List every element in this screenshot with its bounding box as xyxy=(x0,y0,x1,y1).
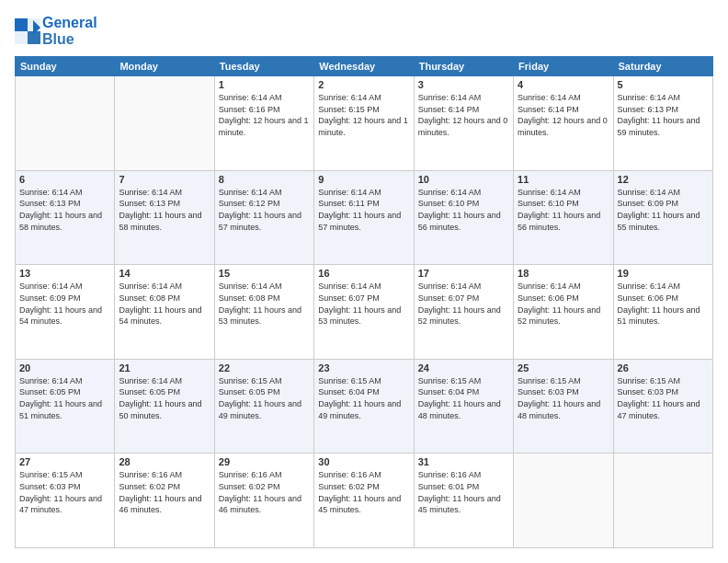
calendar-cell xyxy=(514,454,613,548)
day-number: 25 xyxy=(518,362,609,373)
svg-rect-2 xyxy=(15,31,28,44)
day-info: Sunrise: 6:14 AM Sunset: 6:12 PM Dayligh… xyxy=(219,187,310,233)
col-header-thursday: Thursday xyxy=(414,57,513,76)
day-number: 31 xyxy=(418,456,509,467)
day-info: Sunrise: 6:14 AM Sunset: 6:08 PM Dayligh… xyxy=(119,281,210,327)
day-info: Sunrise: 6:16 AM Sunset: 6:01 PM Dayligh… xyxy=(418,469,509,515)
day-info: Sunrise: 6:14 AM Sunset: 6:13 PM Dayligh… xyxy=(119,187,210,233)
header: GeneralBlue xyxy=(15,15,713,47)
calendar-cell: 27Sunrise: 6:15 AM Sunset: 6:03 PM Dayli… xyxy=(16,454,115,548)
calendar-cell: 5Sunrise: 6:14 AM Sunset: 6:13 PM Daylig… xyxy=(613,76,712,171)
day-info: Sunrise: 6:14 AM Sunset: 6:05 PM Dayligh… xyxy=(119,375,210,421)
day-info: Sunrise: 6:14 AM Sunset: 6:13 PM Dayligh… xyxy=(19,187,110,233)
week-row-4: 20Sunrise: 6:14 AM Sunset: 6:05 PM Dayli… xyxy=(16,359,713,454)
calendar-cell: 20Sunrise: 6:14 AM Sunset: 6:05 PM Dayli… xyxy=(16,359,115,454)
day-info: Sunrise: 6:14 AM Sunset: 6:14 PM Dayligh… xyxy=(518,92,609,138)
day-info: Sunrise: 6:14 AM Sunset: 6:08 PM Dayligh… xyxy=(219,281,310,327)
day-info: Sunrise: 6:16 AM Sunset: 6:02 PM Dayligh… xyxy=(318,469,409,515)
calendar-cell: 30Sunrise: 6:16 AM Sunset: 6:02 PM Dayli… xyxy=(314,454,414,548)
calendar-cell: 2Sunrise: 6:14 AM Sunset: 6:15 PM Daylig… xyxy=(314,76,414,171)
day-number: 28 xyxy=(119,456,210,467)
day-info: Sunrise: 6:15 AM Sunset: 6:04 PM Dayligh… xyxy=(318,375,409,421)
day-number: 18 xyxy=(518,268,609,279)
day-info: Sunrise: 6:14 AM Sunset: 6:15 PM Dayligh… xyxy=(318,92,409,138)
day-info: Sunrise: 6:14 AM Sunset: 6:09 PM Dayligh… xyxy=(19,281,110,327)
day-number: 6 xyxy=(19,174,110,185)
day-info: Sunrise: 6:15 AM Sunset: 6:04 PM Dayligh… xyxy=(418,375,509,421)
calendar-cell: 13Sunrise: 6:14 AM Sunset: 6:09 PM Dayli… xyxy=(16,265,115,360)
day-info: Sunrise: 6:15 AM Sunset: 6:03 PM Dayligh… xyxy=(518,375,609,421)
logo-text: GeneralBlue xyxy=(42,15,97,47)
calendar-cell: 3Sunrise: 6:14 AM Sunset: 6:14 PM Daylig… xyxy=(414,76,513,171)
calendar-cell xyxy=(613,454,712,548)
col-header-monday: Monday xyxy=(115,57,214,76)
day-number: 19 xyxy=(618,268,709,279)
calendar-cell: 19Sunrise: 6:14 AM Sunset: 6:06 PM Dayli… xyxy=(613,265,712,360)
day-number: 20 xyxy=(19,362,110,373)
day-info: Sunrise: 6:14 AM Sunset: 6:05 PM Dayligh… xyxy=(19,375,110,421)
calendar: SundayMondayTuesdayWednesdayThursdayFrid… xyxy=(15,56,713,548)
calendar-cell: 14Sunrise: 6:14 AM Sunset: 6:08 PM Dayli… xyxy=(115,265,214,360)
calendar-cell: 1Sunrise: 6:14 AM Sunset: 6:16 PM Daylig… xyxy=(214,76,313,171)
day-number: 13 xyxy=(19,268,110,279)
day-number: 24 xyxy=(418,362,509,373)
calendar-cell: 31Sunrise: 6:16 AM Sunset: 6:01 PM Dayli… xyxy=(414,454,513,548)
day-info: Sunrise: 6:14 AM Sunset: 6:06 PM Dayligh… xyxy=(518,281,609,327)
calendar-cell: 6Sunrise: 6:14 AM Sunset: 6:13 PM Daylig… xyxy=(16,170,115,265)
day-number: 23 xyxy=(318,362,409,373)
logo-icon xyxy=(15,18,40,44)
day-info: Sunrise: 6:15 AM Sunset: 6:05 PM Dayligh… xyxy=(219,375,310,421)
day-number: 3 xyxy=(418,79,509,90)
day-info: Sunrise: 6:14 AM Sunset: 6:10 PM Dayligh… xyxy=(518,187,609,233)
calendar-cell: 7Sunrise: 6:14 AM Sunset: 6:13 PM Daylig… xyxy=(115,170,214,265)
day-info: Sunrise: 6:14 AM Sunset: 6:14 PM Dayligh… xyxy=(418,92,509,138)
calendar-cell: 4Sunrise: 6:14 AM Sunset: 6:14 PM Daylig… xyxy=(514,76,613,171)
calendar-cell: 28Sunrise: 6:16 AM Sunset: 6:02 PM Dayli… xyxy=(115,454,214,548)
col-header-tuesday: Tuesday xyxy=(214,57,313,76)
day-number: 1 xyxy=(219,79,310,90)
day-info: Sunrise: 6:14 AM Sunset: 6:07 PM Dayligh… xyxy=(418,281,509,327)
day-number: 2 xyxy=(318,79,409,90)
calendar-cell: 29Sunrise: 6:16 AM Sunset: 6:02 PM Dayli… xyxy=(214,454,313,548)
calendar-cell: 10Sunrise: 6:14 AM Sunset: 6:10 PM Dayli… xyxy=(414,170,513,265)
calendar-cell: 8Sunrise: 6:14 AM Sunset: 6:12 PM Daylig… xyxy=(214,170,313,265)
week-row-1: 1Sunrise: 6:14 AM Sunset: 6:16 PM Daylig… xyxy=(16,76,713,171)
calendar-cell: 18Sunrise: 6:14 AM Sunset: 6:06 PM Dayli… xyxy=(514,265,613,360)
col-header-wednesday: Wednesday xyxy=(314,57,414,76)
day-number: 11 xyxy=(518,174,609,185)
day-info: Sunrise: 6:14 AM Sunset: 6:10 PM Dayligh… xyxy=(418,187,509,233)
calendar-cell: 11Sunrise: 6:14 AM Sunset: 6:10 PM Dayli… xyxy=(514,170,613,265)
calendar-cell: 21Sunrise: 6:14 AM Sunset: 6:05 PM Dayli… xyxy=(115,359,214,454)
day-number: 22 xyxy=(219,362,310,373)
day-info: Sunrise: 6:14 AM Sunset: 6:09 PM Dayligh… xyxy=(618,187,709,233)
calendar-cell: 17Sunrise: 6:14 AM Sunset: 6:07 PM Dayli… xyxy=(414,265,513,360)
calendar-cell xyxy=(16,76,115,171)
calendar-cell: 15Sunrise: 6:14 AM Sunset: 6:08 PM Dayli… xyxy=(214,265,313,360)
day-info: Sunrise: 6:14 AM Sunset: 6:06 PM Dayligh… xyxy=(618,281,709,327)
day-number: 7 xyxy=(119,174,210,185)
day-number: 12 xyxy=(618,174,709,185)
week-row-3: 13Sunrise: 6:14 AM Sunset: 6:09 PM Dayli… xyxy=(16,265,713,360)
calendar-header-row: SundayMondayTuesdayWednesdayThursdayFrid… xyxy=(16,57,713,76)
day-info: Sunrise: 6:16 AM Sunset: 6:02 PM Dayligh… xyxy=(119,469,210,515)
day-info: Sunrise: 6:14 AM Sunset: 6:11 PM Dayligh… xyxy=(318,187,409,233)
calendar-cell: 22Sunrise: 6:15 AM Sunset: 6:05 PM Dayli… xyxy=(214,359,313,454)
col-header-saturday: Saturday xyxy=(613,57,712,76)
day-number: 17 xyxy=(418,268,509,279)
calendar-cell: 26Sunrise: 6:15 AM Sunset: 6:03 PM Dayli… xyxy=(613,359,712,454)
calendar-cell: 12Sunrise: 6:14 AM Sunset: 6:09 PM Dayli… xyxy=(613,170,712,265)
col-header-friday: Friday xyxy=(514,57,613,76)
calendar-cell: 23Sunrise: 6:15 AM Sunset: 6:04 PM Dayli… xyxy=(314,359,414,454)
day-number: 14 xyxy=(119,268,210,279)
calendar-cell: 24Sunrise: 6:15 AM Sunset: 6:04 PM Dayli… xyxy=(414,359,513,454)
day-number: 5 xyxy=(618,79,709,90)
calendar-cell: 16Sunrise: 6:14 AM Sunset: 6:07 PM Dayli… xyxy=(314,265,414,360)
day-number: 16 xyxy=(318,268,409,279)
day-number: 15 xyxy=(219,268,310,279)
day-number: 9 xyxy=(318,174,409,185)
day-number: 30 xyxy=(318,456,409,467)
day-number: 4 xyxy=(518,79,609,90)
day-info: Sunrise: 6:14 AM Sunset: 6:13 PM Dayligh… xyxy=(618,92,709,138)
day-number: 21 xyxy=(119,362,210,373)
col-header-sunday: Sunday xyxy=(16,57,115,76)
